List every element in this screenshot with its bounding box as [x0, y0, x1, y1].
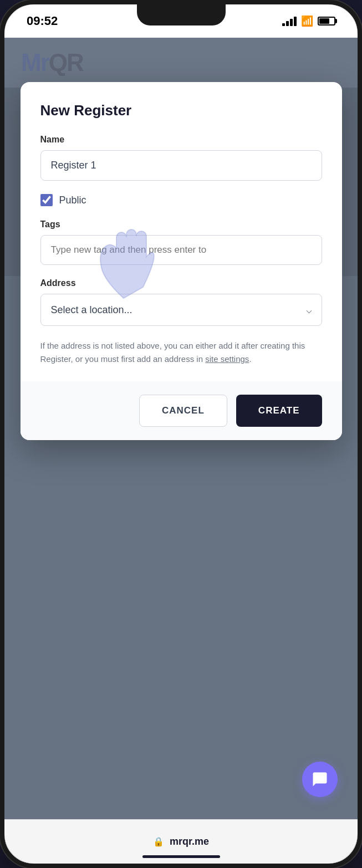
- home-indicator: [142, 855, 220, 858]
- address-select-wrapper: Select a location... ⌵: [40, 294, 322, 326]
- signal-icon: [282, 17, 297, 26]
- tags-field-group: Tags: [40, 219, 322, 265]
- notch: [137, 4, 226, 25]
- modal-dialog: New Register Name Public: [21, 82, 342, 440]
- address-label: Address: [40, 278, 322, 288]
- modal-title: New Register: [40, 102, 322, 119]
- name-field-group: Name: [40, 135, 322, 181]
- lock-icon: 🔒: [153, 836, 164, 847]
- modal-overlay: New Register Name Public: [4, 38, 358, 864]
- public-checkbox[interactable]: [40, 194, 53, 206]
- tags-label: Tags: [40, 219, 322, 229]
- bottom-bar: 🔒 mrqr.me: [4, 819, 358, 864]
- chat-button[interactable]: [302, 762, 338, 797]
- name-input[interactable]: [40, 150, 322, 181]
- bottom-bar-url: mrqr.me: [170, 836, 209, 847]
- app-background: MrQR New Register Name: [4, 38, 358, 864]
- public-label: Public: [59, 195, 86, 206]
- status-icons: 📶: [282, 15, 335, 27]
- wifi-icon: 📶: [301, 15, 313, 27]
- modal-footer: CANCEL CREATE: [21, 381, 342, 440]
- create-button[interactable]: CREATE: [236, 395, 322, 427]
- address-field-group: Address Select a location... ⌵: [40, 278, 322, 326]
- phone-frame: 09:52 📶 MrQR: [0, 0, 362, 868]
- phone-inner: 09:52 📶 MrQR: [4, 4, 358, 864]
- battery-icon: [318, 17, 335, 25]
- chat-icon: [312, 771, 328, 788]
- helper-text: If the address is not listed above, you …: [40, 339, 322, 366]
- site-settings-link[interactable]: site settings: [205, 354, 249, 364]
- cancel-button[interactable]: CANCEL: [139, 395, 227, 427]
- address-select[interactable]: Select a location...: [40, 294, 322, 326]
- tags-input[interactable]: [40, 235, 322, 265]
- status-time: 09:52: [27, 14, 58, 28]
- name-label: Name: [40, 135, 322, 145]
- public-checkbox-row: Public: [40, 194, 322, 206]
- modal-body: New Register Name Public: [21, 82, 342, 366]
